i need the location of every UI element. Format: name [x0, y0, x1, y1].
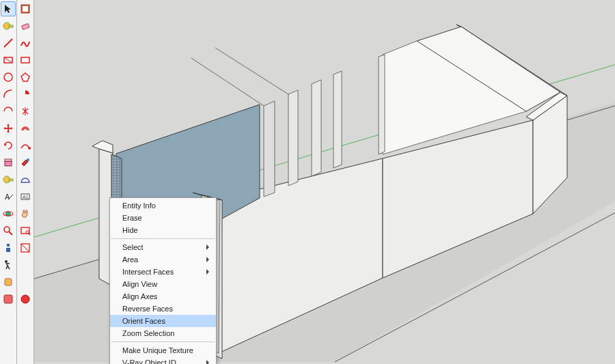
zoomwin-tool[interactable] [18, 223, 33, 238]
toolbar-col1: A [0, 0, 17, 364]
vray2-tool[interactable] [18, 292, 33, 307]
context-menu-item[interactable]: Intersect Faces [110, 266, 216, 278]
context-menu[interactable]: Entity InfoEraseHideSelectAreaIntersect … [109, 197, 217, 364]
svg-rect-29 [21, 227, 29, 234]
svg-line-31 [29, 234, 31, 236]
offset-tool[interactable] [18, 121, 33, 136]
svg-rect-18 [5, 279, 12, 285]
svg-rect-23 [21, 57, 29, 63]
context-menu-separator [111, 238, 215, 239]
toolbar-col2: A1 [17, 0, 34, 364]
svg-marker-50 [288, 90, 298, 186]
measure-tool[interactable] [1, 18, 16, 33]
svg-point-16 [7, 244, 10, 247]
context-menu-item[interactable]: Orient Faces [110, 315, 216, 327]
freehand-tool[interactable] [18, 36, 33, 51]
context-menu-item[interactable]: Align Axes [110, 290, 216, 303]
svg-rect-3 [4, 57, 12, 63]
followme-tool[interactable] [18, 138, 33, 153]
svg-line-11 [8, 195, 13, 199]
svg-rect-7 [5, 159, 12, 161]
svg-line-15 [9, 232, 12, 235]
context-menu-item[interactable]: Area [110, 253, 216, 266]
pan-tool[interactable] [18, 206, 33, 221]
context-menu-item[interactable]: Zoom Selection [110, 327, 216, 339]
svg-point-14 [4, 227, 10, 232]
svg-marker-49 [312, 80, 321, 176]
context-menu-item[interactable]: V-Ray Object ID [110, 356, 216, 364]
select-tool[interactable] [1, 1, 16, 16]
svg-point-13 [3, 212, 13, 216]
svg-point-34 [21, 295, 29, 303]
svg-text:A: A [5, 193, 10, 201]
svg-rect-9 [9, 179, 13, 181]
pie-tool[interactable] [18, 87, 33, 102]
svg-marker-51 [264, 101, 275, 197]
arc-tool[interactable] [1, 87, 16, 102]
arc2-tool[interactable] [1, 104, 16, 119]
svg-marker-48 [333, 71, 342, 168]
context-menu-item[interactable]: Erase [110, 212, 216, 224]
context-menu-item[interactable]: Select [110, 241, 216, 253]
svg-text:A1: A1 [23, 195, 29, 199]
svg-point-30 [26, 231, 29, 234]
circle-tool[interactable] [1, 70, 16, 85]
svg-point-0 [3, 23, 10, 29]
walk-tool[interactable] [1, 257, 16, 272]
paint-tool[interactable] [18, 155, 33, 170]
svg-rect-6 [5, 161, 12, 166]
orbit-tool[interactable] [1, 206, 16, 221]
svg-rect-20 [21, 5, 29, 13]
svg-marker-47 [379, 55, 385, 154]
svg-point-17 [5, 260, 8, 263]
component-tool[interactable] [18, 1, 33, 16]
polygon-tool[interactable] [18, 70, 33, 85]
svg-rect-1 [9, 25, 13, 27]
svg-point-8 [3, 176, 10, 183]
svg-rect-21 [23, 6, 28, 12]
svg-rect-19 [4, 295, 12, 303]
protractor-tool[interactable] [18, 172, 33, 187]
svg-line-4 [4, 57, 12, 63]
svg-point-12 [5, 211, 11, 216]
blank1 [18, 257, 33, 272]
blank2 [18, 275, 33, 290]
mirror-tool[interactable] [18, 104, 33, 119]
instructor-tool[interactable] [1, 275, 16, 290]
svg-point-5 [4, 73, 12, 81]
svg-line-33 [21, 244, 29, 252]
eraser-tool[interactable] [1, 53, 16, 68]
context-menu-item[interactable]: Hide [110, 224, 216, 236]
svg-line-2 [4, 39, 12, 47]
svg-rect-27 [21, 194, 29, 199]
text-tool[interactable]: A [1, 189, 16, 204]
dim-tool[interactable]: A1 [18, 189, 33, 204]
pushpull-tool[interactable] [1, 155, 16, 170]
rectangle-tool[interactable] [18, 53, 33, 68]
context-menu-separator [111, 341, 215, 342]
context-menu-item[interactable]: Make Unique Texture [110, 344, 216, 356]
svg-rect-22 [22, 23, 29, 29]
context-menu-item[interactable]: Reverse Faces [110, 303, 216, 315]
context-menu-item[interactable]: Entity Info [110, 199, 216, 212]
svg-point-26 [27, 158, 29, 161]
tape2-tool[interactable] [1, 172, 16, 187]
svg-rect-32 [21, 244, 29, 252]
person-tool[interactable] [1, 240, 16, 255]
svg-marker-24 [21, 73, 29, 81]
rotate-tool[interactable] [1, 138, 16, 153]
eraser2-tool[interactable] [18, 18, 33, 33]
svg-point-25 [28, 147, 31, 150]
move-tool[interactable] [1, 121, 16, 136]
vray-tool[interactable] [1, 292, 16, 307]
line-tool[interactable] [1, 36, 16, 51]
zoom-tool[interactable] [1, 223, 16, 238]
context-menu-item[interactable]: Align View [110, 278, 216, 290]
section-tool[interactable] [18, 240, 33, 255]
